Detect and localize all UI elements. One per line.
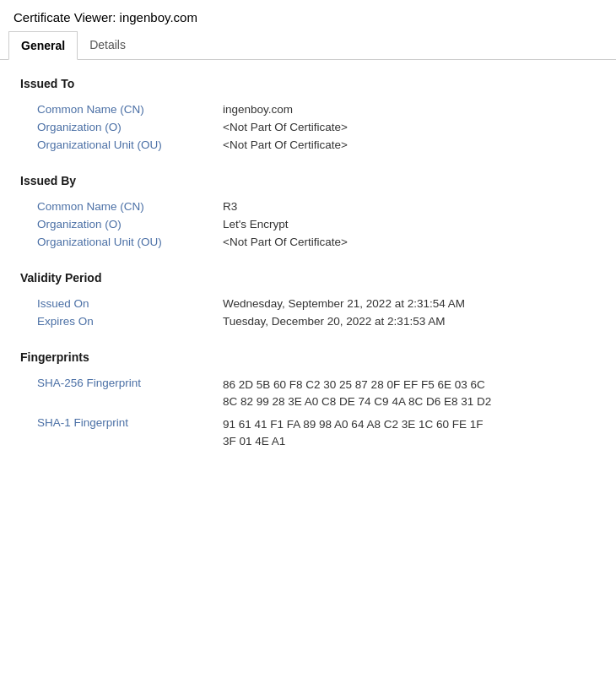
issued-to-ou-label: Organizational Unit (OU) [37, 138, 223, 151]
sha1-value: 91 61 41 F1 FA 89 98 A0 64 A8 C2 3E 1C 6… [223, 416, 483, 451]
issued-by-org-row: Organization (O) Let's Encrypt [37, 215, 596, 233]
issued-by-title: Issued By [20, 174, 596, 187]
expires-on-row: Expires On Tuesday, December 20, 2022 at… [37, 312, 596, 330]
issued-to-ou-row: Organizational Unit (OU) <Not Part Of Ce… [37, 136, 596, 154]
tab-content: Issued To Common Name (CN) ingenboy.com … [0, 60, 616, 490]
issued-by-org-label: Organization (O) [37, 218, 223, 231]
issued-by-cn-label: Common Name (CN) [37, 200, 223, 213]
sha256-label: SHA-256 Fingerprint [37, 377, 223, 389]
issued-to-org-label: Organization (O) [37, 121, 223, 133]
sha256-row: SHA-256 Fingerprint 86 2D 5B 60 F8 C2 30… [37, 374, 596, 414]
issued-by-ou-label: Organizational Unit (OU) [37, 236, 223, 248]
sha1-line1: 91 61 41 F1 FA 89 98 A0 64 A8 C2 3E 1C 6… [223, 418, 483, 431]
window-title: Certificate Viewer: ingenboy.com [14, 10, 197, 24]
sha1-label: SHA-1 Fingerprint [37, 416, 223, 429]
issued-to-ou-value: <Not Part Of Certificate> [223, 138, 348, 151]
issued-to-cn-label: Common Name (CN) [37, 103, 223, 116]
tab-bar: General Details [0, 31, 616, 60]
sha1-line2: 3F 01 4E A1 [223, 435, 285, 447]
issued-by-cn-row: Common Name (CN) R3 [37, 198, 596, 215]
sha256-line2: 8C 82 99 28 3E A0 C8 DE 74 C9 4A 8C D6 E… [223, 395, 491, 408]
issued-to-org-value: <Not Part Of Certificate> [223, 121, 348, 133]
issued-by-cn-value: R3 [223, 200, 237, 213]
issued-to-org-row: Organization (O) <Not Part Of Certificat… [37, 118, 596, 136]
issued-to-cn-row: Common Name (CN) ingenboy.com [37, 100, 596, 118]
issued-to-cn-value: ingenboy.com [223, 103, 293, 116]
issued-on-label: Issued On [37, 297, 223, 310]
fingerprints-section: Fingerprints SHA-256 Fingerprint 86 2D 5… [20, 350, 596, 453]
issued-on-value: Wednesday, September 21, 2022 at 2:31:54… [223, 297, 465, 310]
tab-general[interactable]: General [8, 31, 78, 60]
issued-by-ou-row: Organizational Unit (OU) <Not Part Of Ce… [37, 233, 596, 251]
certificate-viewer-window: Certificate Viewer: ingenboy.com General… [0, 0, 616, 678]
sha256-line1: 86 2D 5B 60 F8 C2 30 25 87 28 0F EF F5 6… [223, 378, 485, 391]
issued-to-title: Issued To [20, 77, 596, 90]
issued-by-org-value: Let's Encrypt [223, 218, 289, 231]
issued-to-section: Issued To Common Name (CN) ingenboy.com … [20, 77, 596, 154]
tab-details[interactable]: Details [78, 31, 138, 60]
issued-by-ou-value: <Not Part Of Certificate> [223, 236, 348, 248]
validity-period-section: Validity Period Issued On Wednesday, Sep… [20, 271, 596, 330]
fingerprints-title: Fingerprints [20, 350, 596, 364]
expires-on-label: Expires On [37, 315, 223, 328]
title-bar: Certificate Viewer: ingenboy.com [0, 0, 616, 31]
sha1-row: SHA-1 Fingerprint 91 61 41 F1 FA 89 98 A… [37, 414, 596, 453]
sha256-value: 86 2D 5B 60 F8 C2 30 25 87 28 0F EF F5 6… [223, 377, 491, 411]
validity-period-title: Validity Period [20, 271, 596, 285]
expires-on-value: Tuesday, December 20, 2022 at 2:31:53 AM [223, 315, 445, 328]
issued-on-row: Issued On Wednesday, September 21, 2022 … [37, 295, 596, 312]
issued-by-section: Issued By Common Name (CN) R3 Organizati… [20, 174, 596, 251]
